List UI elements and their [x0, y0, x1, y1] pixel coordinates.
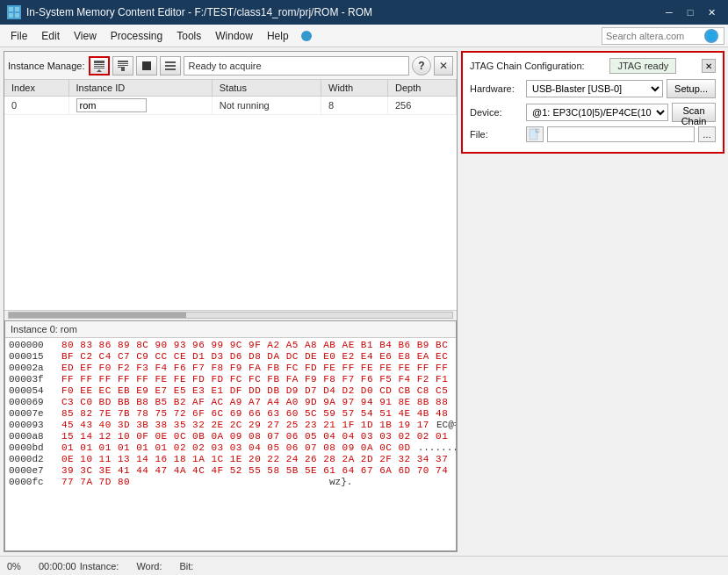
instance-id-input[interactable]: [76, 98, 147, 112]
hex-ascii: .....................: [455, 397, 456, 407]
hex-row: 000054 F0 EE EC EB E9 E7 E5 E3 E1 DF DD …: [9, 385, 452, 396]
close-panel-button[interactable]: ✕: [434, 56, 453, 75]
stop-button[interactable]: [136, 56, 157, 75]
hex-row: 0000bd 01 01 01 01 01 01 02 02 03 03 04 …: [9, 442, 452, 453]
hex-address: 0000e7: [9, 465, 54, 476]
svg-rect-7: [94, 68, 105, 68]
col-header-depth: Depth: [387, 80, 456, 97]
status-bit: Bit:: [180, 561, 194, 571]
device-select[interactable]: @1: EP3C(10|5)/EP4CE(10: [526, 104, 668, 121]
svg-rect-17: [165, 68, 176, 70]
svg-rect-0: [9, 7, 13, 11]
hex-content[interactable]: 000000 80 83 86 89 8C 90 93 96 99 9C 9F …: [5, 338, 456, 551]
svg-rect-12: [118, 67, 125, 68]
window-title: In-System Memory Content Editor - F:/TES…: [26, 6, 372, 18]
status-ready-box: Ready to acquire: [184, 56, 409, 75]
hex-address: 00007e: [9, 408, 54, 419]
app-icon: [7, 5, 21, 19]
col-header-index: Index: [4, 80, 68, 97]
menu-edit[interactable]: Edit: [34, 28, 67, 44]
hex-bytes: F0 EE EC EB E9 E7 E5 E3 E1 DF DD DB D9 D…: [61, 385, 448, 396]
device-row: Device: @1: EP3C(10|5)/EP4CE(10 Scan Cha…: [470, 103, 716, 122]
hex-address: 0000fc: [9, 477, 54, 487]
close-window-button[interactable]: ✕: [702, 4, 721, 20]
instance-status-label: Instance:: [80, 561, 119, 571]
write-button[interactable]: [89, 56, 110, 75]
cell-instance-id[interactable]: [68, 97, 212, 115]
hex-ascii: ...{xurolifc`\YWIQNKH: [455, 408, 456, 419]
read-button[interactable]: [112, 56, 133, 75]
file-path-input[interactable]: [547, 126, 695, 142]
table-scrollbar[interactable]: [4, 310, 457, 320]
minimize-button[interactable]: ─: [660, 4, 679, 20]
h-scrollbar-track[interactable]: [8, 312, 453, 319]
hex-header: Instance 0: rom: [5, 321, 456, 338]
hex-bytes: 80 83 86 89 8C 90 93 96 99 9C 9F A2 A5 A…: [61, 340, 448, 350]
setup-button[interactable]: Setup...: [667, 79, 716, 98]
compare-button[interactable]: [160, 56, 181, 75]
bit-label: Bit:: [180, 561, 194, 571]
hex-ascii: .....................: [455, 431, 456, 442]
hex-bytes: 01 01 01 01 01 01 02 02 03 03 04 05 06 0…: [61, 442, 411, 453]
cell-index: 0: [4, 97, 68, 115]
svg-rect-3: [15, 13, 19, 18]
status-time: 00:00:00 Instance:: [39, 561, 119, 571]
menu-window[interactable]: Window: [208, 28, 260, 44]
file-browse-button[interactable]: …: [698, 126, 716, 142]
hex-bytes: FF FF FF FF FF FE FE FD FD FC FC FB FA F…: [61, 374, 448, 385]
word-label: Word:: [136, 561, 162, 571]
svg-rect-13: [121, 68, 125, 71]
instance-table: Index Instance ID Status Width Depth 0 N…: [4, 80, 457, 310]
device-label: Device:: [470, 107, 523, 118]
scan-chain-button[interactable]: Scan Chain: [672, 103, 716, 122]
hex-row: 00002a ED EF F0 F2 F3 F4 F6 F7 F8 F9 FA …: [9, 363, 452, 373]
hex-address: 000093: [9, 420, 54, 430]
menu-processing[interactable]: Processing: [104, 28, 169, 44]
svg-rect-14: [142, 61, 151, 70]
search-box[interactable]: 🌐: [602, 27, 724, 45]
hex-address: 0000a8: [9, 431, 54, 442]
help-button[interactable]: ?: [412, 56, 431, 75]
status-bar: 0% 00:00:00 Instance: Word: Bit:: [0, 556, 728, 575]
search-input[interactable]: [606, 31, 703, 41]
left-panel: Instance Manage:: [4, 51, 458, 552]
jtag-config-header: JTAG Chain Configuration: JTAG ready ✕: [470, 58, 716, 74]
col-header-instance-id: Instance ID: [68, 80, 212, 97]
hex-ascii: .....................: [418, 442, 456, 453]
hex-panel: Instance 0: rom 000000 80 83 86 89 8C 90…: [4, 320, 457, 552]
hardware-select[interactable]: USB-Blaster [USB-0]: [526, 80, 663, 97]
hex-ascii: .....................: [455, 374, 456, 385]
hex-row: 0000d2 0E 10 11 13 14 16 18 1A 1C 1E 20 …: [9, 454, 452, 464]
hex-row: 00007e 85 82 7E 7B 78 75 72 6F 6C 69 66 …: [9, 408, 452, 419]
hex-row: 00003f FF FF FF FF FF FE FE FD FD FC FC …: [9, 374, 452, 385]
instance-toolbar: Instance Manage:: [4, 52, 457, 80]
cell-status: Not running: [212, 97, 321, 115]
svg-rect-4: [94, 61, 105, 63]
hex-row: 000015 BF C2 C4 C7 C9 CC CE D1 D3 D6 D8 …: [9, 351, 452, 362]
svg-rect-2: [9, 13, 13, 18]
hex-bytes: ED EF F0 F2 F3 F4 F6 F7 F8 F9 FA FB FC F…: [61, 363, 448, 373]
hex-address: 00002a: [9, 363, 54, 373]
menu-tools[interactable]: Tools: [169, 28, 208, 44]
menu-view[interactable]: View: [67, 28, 104, 44]
svg-rect-5: [94, 64, 105, 65]
hex-address: 000054: [9, 385, 54, 396]
hex-bytes: 45 43 40 3D 3B 38 35 32 2E 2C 29 27 25 2…: [61, 420, 429, 430]
menu-help[interactable]: Help: [260, 28, 296, 44]
progress-value: 0%: [7, 561, 21, 571]
svg-rect-9: [118, 61, 128, 62]
h-scrollbar-thumb[interactable]: [9, 313, 186, 318]
time-value: 00:00:00: [39, 561, 76, 571]
hex-address: 000000: [9, 340, 54, 350]
altera-indicator: [301, 31, 312, 41]
main-area: Instance Manage:: [0, 47, 728, 556]
file-icon[interactable]: [526, 126, 544, 142]
hex-row: 0000a8 15 14 12 10 0F 0E 0C 0B 0A 09 08 …: [9, 431, 452, 442]
instance-manager-label: Instance Manage:: [8, 61, 84, 71]
hex-ascii: 9<>ADGJLORUX[^adgjmpt: [455, 465, 456, 476]
jtag-close-button[interactable]: ✕: [702, 59, 716, 73]
maximize-button[interactable]: □: [681, 4, 700, 20]
menu-file[interactable]: File: [4, 28, 34, 44]
col-header-width: Width: [321, 80, 388, 97]
hex-bytes: C3 C0 BD BB B8 B5 B2 AF AC A9 A7 A4 A0 9…: [61, 397, 448, 407]
